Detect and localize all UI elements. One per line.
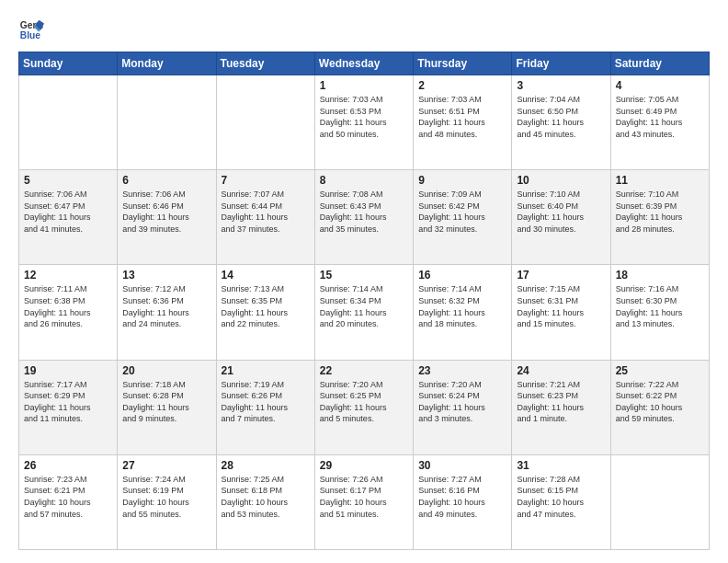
day-info: Sunrise: 7:24 AM Sunset: 6:19 PM Dayligh…	[122, 474, 210, 520]
calendar-cell: 18Sunrise: 7:16 AM Sunset: 6:30 PM Dayli…	[610, 265, 709, 360]
calendar-cell: 16Sunrise: 7:14 AM Sunset: 6:32 PM Dayli…	[414, 265, 512, 360]
calendar-cell	[216, 75, 314, 170]
calendar-cell: 2Sunrise: 7:03 AM Sunset: 6:51 PM Daylig…	[414, 75, 512, 170]
day-number: 31	[517, 459, 605, 472]
day-number: 28	[222, 459, 310, 472]
day-info: Sunrise: 7:09 AM Sunset: 6:42 PM Dayligh…	[418, 189, 506, 235]
day-info: Sunrise: 7:07 AM Sunset: 6:44 PM Dayligh…	[222, 189, 310, 235]
calendar-cell: 28Sunrise: 7:25 AM Sunset: 6:18 PM Dayli…	[216, 454, 314, 549]
day-number: 23	[418, 364, 506, 377]
calendar-cell: 30Sunrise: 7:27 AM Sunset: 6:16 PM Dayli…	[414, 454, 512, 549]
day-info: Sunrise: 7:12 AM Sunset: 6:36 PM Dayligh…	[122, 283, 210, 329]
day-info: Sunrise: 7:03 AM Sunset: 6:53 PM Dayligh…	[320, 94, 408, 140]
day-number: 15	[320, 269, 408, 282]
day-number: 13	[122, 269, 210, 282]
day-info: Sunrise: 7:08 AM Sunset: 6:43 PM Dayligh…	[320, 189, 408, 235]
calendar-cell: 3Sunrise: 7:04 AM Sunset: 6:50 PM Daylig…	[512, 75, 610, 170]
weekday-header-friday: Friday	[512, 52, 610, 75]
weekday-header-monday: Monday	[118, 52, 216, 75]
header: General Blue	[18, 17, 710, 42]
day-info: Sunrise: 7:14 AM Sunset: 6:32 PM Dayligh…	[418, 283, 506, 329]
day-number: 18	[616, 269, 704, 282]
day-number: 6	[122, 174, 210, 187]
day-info: Sunrise: 7:06 AM Sunset: 6:46 PM Dayligh…	[122, 189, 210, 235]
day-info: Sunrise: 7:19 AM Sunset: 6:26 PM Dayligh…	[222, 379, 310, 425]
day-info: Sunrise: 7:13 AM Sunset: 6:35 PM Dayligh…	[222, 283, 310, 329]
day-info: Sunrise: 7:06 AM Sunset: 6:47 PM Dayligh…	[24, 189, 112, 235]
calendar-cell: 7Sunrise: 7:07 AM Sunset: 6:44 PM Daylig…	[216, 170, 314, 265]
day-number: 9	[418, 174, 506, 187]
day-number: 1	[320, 79, 408, 92]
week-row-3: 12Sunrise: 7:11 AM Sunset: 6:38 PM Dayli…	[19, 265, 710, 360]
calendar-cell: 15Sunrise: 7:14 AM Sunset: 6:34 PM Dayli…	[314, 265, 413, 360]
calendar-cell	[118, 75, 216, 170]
day-number: 8	[320, 174, 408, 187]
day-info: Sunrise: 7:20 AM Sunset: 6:24 PM Dayligh…	[418, 379, 506, 425]
weekday-header-row: SundayMondayTuesdayWednesdayThursdayFrid…	[19, 52, 710, 75]
day-number: 3	[517, 79, 605, 92]
page: General Blue SundayMondayTuesdayWednesda…	[0, 0, 728, 563]
calendar-cell: 4Sunrise: 7:05 AM Sunset: 6:49 PM Daylig…	[610, 75, 709, 170]
calendar-cell: 14Sunrise: 7:13 AM Sunset: 6:35 PM Dayli…	[216, 265, 314, 360]
calendar-cell: 10Sunrise: 7:10 AM Sunset: 6:40 PM Dayli…	[512, 170, 610, 265]
day-number: 26	[24, 459, 112, 472]
day-number: 16	[418, 269, 506, 282]
logo-icon: General Blue	[18, 17, 44, 42]
week-row-4: 19Sunrise: 7:17 AM Sunset: 6:29 PM Dayli…	[19, 360, 710, 454]
weekday-header-tuesday: Tuesday	[216, 52, 314, 75]
calendar-cell: 12Sunrise: 7:11 AM Sunset: 6:38 PM Dayli…	[19, 265, 118, 360]
day-number: 25	[616, 364, 704, 377]
calendar-cell: 23Sunrise: 7:20 AM Sunset: 6:24 PM Dayli…	[414, 360, 512, 454]
weekday-header-thursday: Thursday	[414, 52, 512, 75]
day-info: Sunrise: 7:16 AM Sunset: 6:30 PM Dayligh…	[616, 283, 704, 329]
calendar-cell: 5Sunrise: 7:06 AM Sunset: 6:47 PM Daylig…	[19, 170, 118, 265]
calendar-cell: 17Sunrise: 7:15 AM Sunset: 6:31 PM Dayli…	[512, 265, 610, 360]
calendar-cell: 6Sunrise: 7:06 AM Sunset: 6:46 PM Daylig…	[118, 170, 216, 265]
day-info: Sunrise: 7:21 AM Sunset: 6:23 PM Dayligh…	[517, 379, 605, 425]
day-number: 20	[122, 364, 210, 377]
weekday-header-saturday: Saturday	[610, 52, 709, 75]
calendar-cell: 20Sunrise: 7:18 AM Sunset: 6:28 PM Dayli…	[118, 360, 216, 454]
day-info: Sunrise: 7:27 AM Sunset: 6:16 PM Dayligh…	[418, 474, 506, 520]
day-info: Sunrise: 7:17 AM Sunset: 6:29 PM Dayligh…	[24, 379, 112, 425]
calendar-cell: 26Sunrise: 7:23 AM Sunset: 6:21 PM Dayli…	[19, 454, 118, 549]
day-number: 21	[222, 364, 310, 377]
calendar-cell: 21Sunrise: 7:19 AM Sunset: 6:26 PM Dayli…	[216, 360, 314, 454]
day-number: 29	[320, 459, 408, 472]
day-number: 12	[24, 269, 112, 282]
weekday-header-sunday: Sunday	[19, 52, 118, 75]
day-info: Sunrise: 7:20 AM Sunset: 6:25 PM Dayligh…	[320, 379, 408, 425]
day-number: 4	[616, 79, 704, 92]
day-info: Sunrise: 7:05 AM Sunset: 6:49 PM Dayligh…	[616, 94, 704, 140]
logo: General Blue	[18, 17, 44, 42]
day-info: Sunrise: 7:26 AM Sunset: 6:17 PM Dayligh…	[320, 474, 408, 520]
day-info: Sunrise: 7:04 AM Sunset: 6:50 PM Dayligh…	[517, 94, 605, 140]
day-info: Sunrise: 7:11 AM Sunset: 6:38 PM Dayligh…	[24, 283, 112, 329]
day-info: Sunrise: 7:10 AM Sunset: 6:39 PM Dayligh…	[616, 189, 704, 235]
day-info: Sunrise: 7:22 AM Sunset: 6:22 PM Dayligh…	[616, 379, 704, 425]
day-info: Sunrise: 7:28 AM Sunset: 6:15 PM Dayligh…	[517, 474, 605, 520]
calendar-cell: 24Sunrise: 7:21 AM Sunset: 6:23 PM Dayli…	[512, 360, 610, 454]
calendar-cell: 19Sunrise: 7:17 AM Sunset: 6:29 PM Dayli…	[19, 360, 118, 454]
day-info: Sunrise: 7:14 AM Sunset: 6:34 PM Dayligh…	[320, 283, 408, 329]
day-info: Sunrise: 7:25 AM Sunset: 6:18 PM Dayligh…	[222, 474, 310, 520]
day-number: 19	[24, 364, 112, 377]
weekday-header-wednesday: Wednesday	[314, 52, 413, 75]
calendar-table: SundayMondayTuesdayWednesdayThursdayFrid…	[18, 52, 710, 550]
calendar-cell: 31Sunrise: 7:28 AM Sunset: 6:15 PM Dayli…	[512, 454, 610, 549]
week-row-5: 26Sunrise: 7:23 AM Sunset: 6:21 PM Dayli…	[19, 454, 710, 549]
day-info: Sunrise: 7:15 AM Sunset: 6:31 PM Dayligh…	[517, 283, 605, 329]
day-number: 27	[122, 459, 210, 472]
calendar-cell	[19, 75, 118, 170]
day-number: 24	[517, 364, 605, 377]
calendar-cell: 13Sunrise: 7:12 AM Sunset: 6:36 PM Dayli…	[118, 265, 216, 360]
day-info: Sunrise: 7:10 AM Sunset: 6:40 PM Dayligh…	[517, 189, 605, 235]
day-number: 2	[418, 79, 506, 92]
calendar-cell: 1Sunrise: 7:03 AM Sunset: 6:53 PM Daylig…	[314, 75, 413, 170]
day-number: 30	[418, 459, 506, 472]
day-info: Sunrise: 7:03 AM Sunset: 6:51 PM Dayligh…	[418, 94, 506, 140]
svg-text:Blue: Blue	[20, 30, 41, 40]
calendar-cell	[610, 454, 709, 549]
day-number: 10	[517, 174, 605, 187]
week-row-1: 1Sunrise: 7:03 AM Sunset: 6:53 PM Daylig…	[19, 75, 710, 170]
